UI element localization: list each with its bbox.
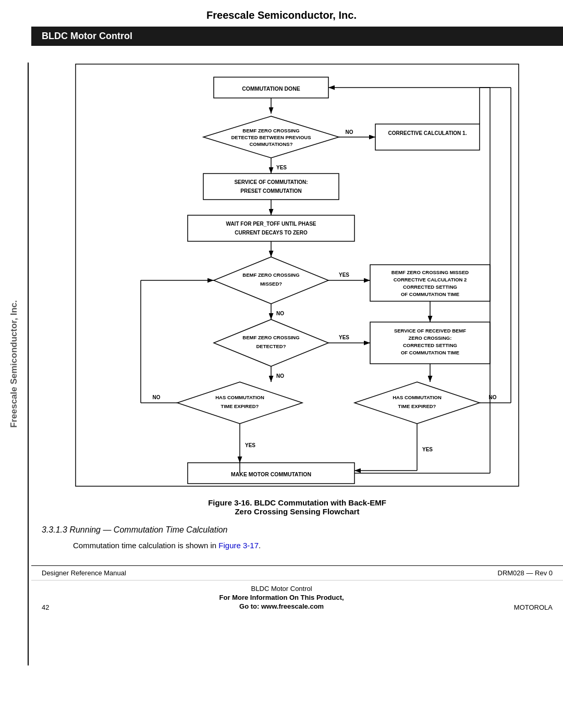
- svg-text:BEMF ZERO CROSSING: BEMF ZERO CROSSING: [242, 272, 299, 278]
- svg-text:OF COMMUTATION TIME: OF COMMUTATION TIME: [401, 350, 459, 355]
- svg-text:CORRECTED SETTING: CORRECTED SETTING: [403, 284, 457, 290]
- svg-text:PRESET COMMUTATION: PRESET COMMUTATION: [240, 188, 301, 194]
- svg-rect-17: [203, 174, 339, 200]
- footer-top: Designer Reference Manual DRM028 — Rev 0: [31, 565, 563, 580]
- svg-text:WAIT FOR PER_TOFF UNTIL PHASE: WAIT FOR PER_TOFF UNTIL PHASE: [226, 221, 316, 227]
- main-content: COMMUTATION DONE BEMF ZERO CROSSING DETE…: [31, 46, 563, 565]
- flowchart-area: COMMUTATION DONE BEMF ZERO CROSSING DETE…: [73, 61, 521, 491]
- footer-page-number: 42: [42, 603, 49, 611]
- company-header: Freescale Semiconductor, Inc.: [0, 0, 563, 27]
- svg-text:NO: NO: [153, 394, 161, 400]
- svg-text:YES: YES: [339, 335, 349, 340]
- footer-motorola-label: MOTOROLA: [514, 603, 553, 611]
- svg-text:BEMF ZERO CROSSING: BEMF ZERO CROSSING: [242, 128, 299, 133]
- svg-text:MAKE MOTOR COMMUTATION: MAKE MOTOR COMMUTATION: [231, 471, 311, 477]
- svg-text:CORRECTIVE CALCULATION 2: CORRECTIVE CALCULATION 2: [394, 277, 467, 282]
- svg-text:BEMF ZERO CROSSING: BEMF ZERO CROSSING: [242, 335, 299, 340]
- svg-text:TIME EXPIRED?: TIME EXPIRED?: [221, 403, 259, 409]
- svg-text:HAS COMMUTATION: HAS COMMUTATION: [215, 394, 264, 400]
- svg-text:DETECTED?: DETECTED?: [256, 343, 286, 349]
- svg-text:NO: NO: [346, 129, 353, 135]
- svg-marker-25: [214, 257, 328, 304]
- svg-text:COMMUTATION DONE: COMMUTATION DONE: [242, 85, 300, 92]
- svg-text:YES: YES: [339, 272, 349, 278]
- svg-text:CORRECTED SETTING: CORRECTED SETTING: [403, 342, 457, 348]
- flowchart-svg: COMMUTATION DONE BEMF ZERO CROSSING DETE…: [73, 61, 521, 489]
- figure-3-17-link[interactable]: Figure 3-17: [218, 541, 259, 550]
- svg-text:YES: YES: [422, 447, 433, 452]
- svg-text:SERVICE OF RECEIVED BEMF: SERVICE OF RECEIVED BEMF: [394, 328, 466, 334]
- svg-text:MISSED?: MISSED?: [260, 281, 282, 287]
- footer-center: BLDC Motor Control For More Information …: [219, 584, 344, 611]
- section-heading: 3.3.1.3 Running — Commutation Time Calcu…: [42, 525, 553, 535]
- body-paragraph: Commutation time calculation is shown in…: [73, 541, 553, 550]
- svg-text:DETECTED BETWEEN PREVIOUS: DETECTED BETWEEN PREVIOUS: [231, 134, 311, 140]
- svg-text:OF COMMUTATION TIME: OF COMMUTATION TIME: [401, 291, 459, 297]
- svg-text:YES: YES: [245, 442, 255, 448]
- svg-text:NO: NO: [276, 373, 284, 379]
- svg-text:YES: YES: [276, 165, 287, 170]
- svg-text:BEMF ZERO CROSSING MISSED: BEMF ZERO CROSSING MISSED: [391, 269, 469, 275]
- title-bar: BLDC Motor Control: [31, 27, 563, 46]
- svg-text:CURRENT DECAYS TO ZERO: CURRENT DECAYS TO ZERO: [235, 230, 308, 236]
- svg-text:NO: NO: [276, 311, 284, 316]
- footer-left-label: Designer Reference Manual: [42, 569, 126, 577]
- svg-text:CORRECTIVE CALCULATION 1.: CORRECTIVE CALCULATION 1.: [388, 130, 467, 136]
- side-watermark: Freescale Semiconductor, Inc.: [0, 63, 29, 665]
- svg-text:TIME EXPIRED?: TIME EXPIRED?: [398, 403, 436, 409]
- figure-caption: Figure 3-16. BLDC Commutation with Back-…: [115, 498, 480, 516]
- svg-text:HAS COMMUTATION: HAS COMMUTATION: [393, 394, 442, 400]
- footer-right-label: DRM028 — Rev 0: [498, 569, 553, 577]
- svg-text:SERVICE OF COMMUTATION:: SERVICE OF COMMUTATION:: [234, 179, 308, 185]
- svg-marker-59: [354, 382, 480, 424]
- svg-rect-21: [188, 215, 354, 241]
- footer-bottom: 42 BLDC Motor Control For More Informati…: [31, 580, 563, 614]
- svg-text:ZERO CROSSING:: ZERO CROSSING:: [409, 335, 452, 341]
- svg-rect-11: [375, 124, 480, 150]
- svg-marker-50: [177, 382, 302, 424]
- svg-marker-37: [214, 319, 328, 366]
- svg-text:COMMUTATIONS?: COMMUTATIONS?: [249, 141, 292, 147]
